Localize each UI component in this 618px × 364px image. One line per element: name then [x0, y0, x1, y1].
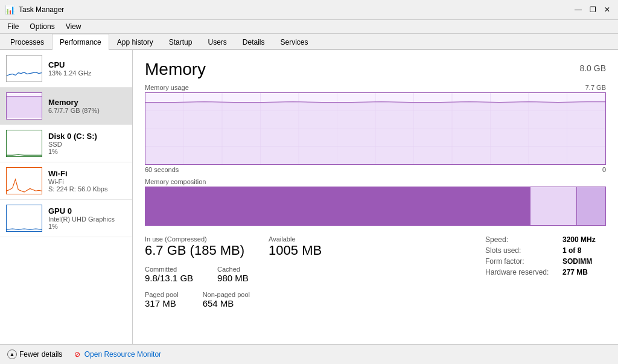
disk-name: Disk 0 (C: S:)	[48, 132, 126, 141]
usage-chart-section: Memory usage 7.7 GB	[145, 84, 606, 173]
cpu-name: CPU	[48, 60, 126, 69]
stat-paged-label: Paged pool	[145, 291, 179, 298]
comp-inuse	[145, 187, 530, 225]
svg-rect-0	[7, 56, 42, 81]
memory-sub: 6.7/7.7 GB (87%)	[48, 107, 126, 114]
tab-bar: Processes Performance App history Startu…	[0, 34, 618, 50]
stat-cached-value: 980 MB	[217, 273, 249, 284]
stat-slots-value: 1 of 8	[562, 246, 581, 255]
stat-speed-label: Speed:	[485, 235, 558, 244]
close-button[interactable]: ✕	[601, 4, 613, 16]
stat-committed-value: 9.8/13.1 GB	[145, 273, 193, 284]
stat-inuse-value: 6.7 GB (185 MB)	[145, 243, 244, 258]
wifi-info: Wi-Fi Wi-Fi S: 224 R: 56.0 Kbps	[48, 169, 126, 193]
stat-paged-value: 317 MB	[145, 298, 179, 309]
stats-row-2: Committed 9.8/13.1 GB Cached 980 MB	[145, 266, 473, 284]
stat-slots-row: Slots used: 1 of 8	[485, 246, 606, 255]
sidebar-item-wifi[interactable]: Wi-Fi Wi-Fi S: 224 R: 56.0 Kbps	[0, 162, 132, 200]
svg-rect-2	[7, 96, 42, 118]
gpu-graph	[6, 205, 42, 232]
cpu-graph	[6, 55, 42, 82]
tab-apphistory[interactable]: App history	[109, 34, 161, 50]
stat-nonpaged-label: Non-paged pool	[203, 291, 250, 298]
stat-paged: Paged pool 317 MB	[145, 291, 179, 309]
cpu-sub: 13% 1.24 GHz	[48, 69, 126, 77]
memory-name: Memory	[48, 98, 126, 107]
wifi-graph	[6, 167, 42, 194]
comp-separator	[530, 187, 576, 225]
gpu-sub1: Intel(R) UHD Graphics	[48, 216, 126, 223]
panel-title: Memory	[145, 60, 206, 79]
stat-inuse: In use (Compressed) 6.7 GB (185 MB)	[145, 235, 244, 258]
stat-cached-label: Cached	[217, 266, 249, 273]
stat-committed: Committed 9.8/13.1 GB	[145, 266, 193, 284]
stat-nonpaged-value: 654 MB	[203, 298, 250, 309]
minimize-button[interactable]: —	[572, 4, 584, 16]
tab-startup[interactable]: Startup	[161, 34, 200, 50]
stat-slots-label: Slots used:	[485, 246, 558, 255]
menu-view[interactable]: View	[61, 21, 86, 32]
menu-bar: File Options View	[0, 20, 618, 34]
wifi-sub1: Wi-Fi	[48, 178, 126, 185]
app-title: Task Manager	[19, 5, 64, 14]
stat-available: Available 1005 MB	[269, 235, 322, 258]
stat-formfactor-value: SODIMM	[562, 257, 592, 266]
stat-hwreserved-label: Hardware reserved:	[485, 268, 558, 276]
stat-available-label: Available	[269, 235, 322, 243]
disk-sub2: 1%	[48, 148, 126, 155]
stat-committed-label: Committed	[145, 266, 193, 273]
disk-graph	[6, 130, 42, 157]
sidebar-item-disk[interactable]: Disk 0 (C: S:) SSD 1%	[0, 125, 132, 162]
stat-cached: Cached 980 MB	[217, 266, 249, 284]
svg-marker-21	[145, 102, 605, 164]
restore-button[interactable]: ❐	[587, 4, 599, 16]
disk-info: Disk 0 (C: S:) SSD 1%	[48, 132, 126, 155]
wifi-name: Wi-Fi	[48, 169, 126, 178]
stat-hwreserved-value: 277 MB	[562, 268, 588, 276]
menu-options[interactable]: Options	[25, 21, 59, 32]
open-monitor-label: Open Resource Monitor	[84, 350, 161, 359]
right-stats: Speed: 3200 MHz Slots used: 1 of 8 Form …	[485, 235, 606, 309]
sidebar-item-gpu[interactable]: GPU 0 Intel(R) UHD Graphics 1%	[0, 200, 132, 237]
stat-inuse-label: In use (Compressed)	[145, 235, 244, 243]
menu-file[interactable]: File	[2, 21, 24, 32]
fewer-details-label: Fewer details	[19, 350, 62, 359]
title-bar: 📊 Task Manager — ❐ ✕	[0, 0, 618, 20]
panel-header: Memory 8.0 GB	[145, 60, 606, 79]
svg-rect-5	[7, 205, 42, 231]
chart-time: 60 seconds 0	[145, 166, 606, 173]
gpu-info: GPU 0 Intel(R) UHD Graphics 1%	[48, 206, 126, 230]
stat-speed-row: Speed: 3200 MHz	[485, 235, 606, 244]
window-controls: — ❐ ✕	[572, 4, 613, 16]
tab-services[interactable]: Services	[273, 34, 316, 50]
chevron-up-icon: ▲	[7, 350, 17, 359]
composition-label: Memory composition	[145, 178, 606, 185]
stat-hwreserved-row: Hardware reserved: 277 MB	[485, 268, 606, 276]
sidebar-item-memory[interactable]: Memory 6.7/7.7 GB (87%)	[0, 88, 132, 125]
composition-chart	[145, 187, 606, 226]
tab-details[interactable]: Details	[235, 34, 273, 50]
stats-row-3: Paged pool 317 MB Non-paged pool 654 MB	[145, 291, 473, 309]
stat-nonpaged: Non-paged pool 654 MB	[203, 291, 250, 309]
monitor-icon: ⊘	[74, 350, 80, 359]
wifi-sub2: S: 224 R: 56.0 Kbps	[48, 185, 126, 193]
right-panel: Memory 8.0 GB Memory usage 7.7 GB	[133, 50, 618, 344]
open-resource-monitor-link[interactable]: ⊘ Open Resource Monitor	[74, 350, 161, 359]
tab-processes[interactable]: Processes	[2, 34, 52, 50]
memory-graph	[6, 92, 42, 120]
gpu-name: GPU 0	[48, 206, 126, 216]
sidebar: CPU 13% 1.24 GHz Memory 6.7/7.7 GB (87%)	[0, 50, 133, 344]
stat-formfactor-row: Form factor: SODIMM	[485, 257, 606, 266]
fewer-details-button[interactable]: ▲ Fewer details	[7, 350, 62, 359]
comp-reserved	[576, 187, 606, 225]
tab-users[interactable]: Users	[200, 34, 234, 50]
tab-performance[interactable]: Performance	[52, 34, 109, 50]
stats-area: In use (Compressed) 6.7 GB (185 MB) Avai…	[145, 235, 606, 309]
svg-rect-4	[7, 168, 42, 194]
bottom-bar: ▲ Fewer details ⊘ Open Resource Monitor	[0, 344, 618, 363]
sidebar-item-cpu[interactable]: CPU 13% 1.24 GHz	[0, 50, 132, 88]
usage-chart-label: Memory usage 7.7 GB	[145, 84, 606, 91]
app-icon: 📊	[5, 5, 15, 14]
gpu-sub2: 1%	[48, 223, 126, 230]
panel-total: 8.0 GB	[579, 63, 606, 73]
